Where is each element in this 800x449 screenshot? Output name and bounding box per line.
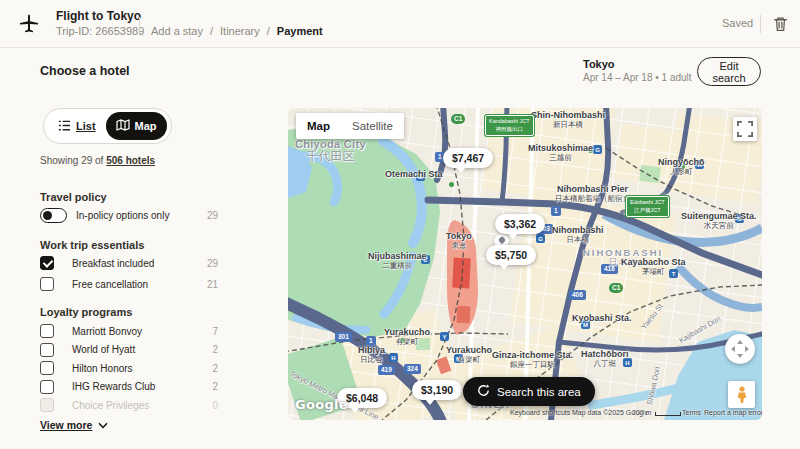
map-label-subtext: 銀座一丁目駅	[492, 361, 573, 369]
hotel-price-pin[interactable]: $3,190	[412, 380, 462, 400]
divider	[139, 17, 140, 33]
map-type-map-button[interactable]: Map	[296, 113, 341, 139]
junction-sign-line2: 江戸橋JCT	[634, 207, 661, 213]
map-label-subtext: 二重橋前	[368, 262, 427, 270]
breadcrumb-payment[interactable]: Payment	[277, 25, 323, 37]
filter-label: World of Hyatt	[72, 344, 212, 355]
list-view-button[interactable]: List	[48, 112, 106, 140]
map-label: Mitsukoshimae 三越前	[528, 144, 593, 162]
hotel-price-pin[interactable]: $5,750	[486, 245, 536, 265]
map-label-subtext: 日比谷	[358, 356, 385, 364]
map-scale-bar	[655, 412, 681, 416]
filter-label: Breakfast included	[72, 258, 207, 269]
filter-count: 29	[207, 258, 218, 269]
airplane-icon	[16, 12, 42, 36]
essentials-filter-row[interactable]: Free cancellation 21	[40, 277, 218, 291]
fullscreen-button[interactable]	[733, 117, 757, 141]
checkbox[interactable]	[40, 398, 54, 412]
trash-icon[interactable]	[772, 15, 790, 33]
loyalty-filter-row[interactable]: World of Hyatt 2	[40, 343, 218, 357]
top-bar: Flight to Tokyo Trip-ID: 26653989 Add a …	[0, 0, 800, 48]
map-label-subtext: 八丁堀	[581, 360, 629, 368]
search-this-area-button[interactable]: Search this area	[463, 377, 595, 406]
results-count: Showing 29 of 506 hotels	[40, 155, 155, 166]
road-shield: 301	[335, 332, 352, 342]
loyalty-filter-row[interactable]: Marriott Bonvoy 7	[40, 324, 218, 338]
in-policy-toggle[interactable]	[40, 208, 67, 223]
loyalty-filter-row[interactable]: IHG Rewards Club 2	[40, 380, 218, 394]
map-label-subtext: 三越前	[528, 154, 593, 162]
list-view-label: List	[76, 120, 96, 132]
map-label-subtext: 有楽町	[384, 338, 430, 346]
trip-id: Trip-ID: 26653989	[56, 25, 144, 37]
toggle-knob	[43, 211, 52, 220]
road-shield: 406	[569, 290, 586, 300]
filter-label: Hilton Honors	[72, 363, 212, 374]
junction-sign-line1: Kandabashi JCT	[489, 118, 530, 124]
map-label: Suitengumae Sta. 水天宮前	[681, 212, 757, 230]
road-shield: 324	[404, 364, 421, 374]
breadcrumb-separator: /	[210, 25, 213, 37]
map-label: Chiyoda City 千代田区	[295, 138, 366, 163]
filter-count: 0	[212, 400, 218, 411]
breadcrumb-add-a-stay[interactable]: Add a stay	[151, 25, 203, 37]
filter-count: 7	[212, 326, 218, 337]
loyalty-filter-row[interactable]: Choice Privileges 0	[40, 398, 218, 412]
checkbox[interactable]	[40, 324, 54, 338]
essentials-filter-list: Breakfast included 29 Free cancellation …	[40, 256, 218, 291]
road-shield: 1	[551, 206, 561, 216]
terms-link[interactable]: Terms	[682, 409, 701, 416]
transit-station-icon: H	[389, 353, 398, 362]
filters-sidebar: List Map Showing 29 of 506 hotels Travel…	[40, 108, 218, 438]
map-label-subtext: 千代田区	[295, 150, 366, 163]
checkbox[interactable]	[40, 256, 54, 270]
map-label-subtext: 東京	[446, 242, 472, 250]
in-policy-toggle-row[interactable]: In-policy options only 29	[40, 208, 218, 223]
map-label-text: Kyobashi Sta.	[572, 314, 632, 324]
results-count-text: Showing 29 of	[40, 155, 103, 166]
road-shield: C1	[609, 283, 623, 293]
junction-sign-line2: 神田橋出口	[496, 126, 524, 132]
pegman-streetview-control[interactable]	[728, 381, 755, 408]
essentials-filter-row[interactable]: Breakfast included 29	[40, 256, 218, 270]
checkbox[interactable]	[40, 277, 54, 291]
map-label: Kayabacho Sta 茅場町	[621, 258, 686, 276]
travel-policy-heading: Travel policy	[40, 191, 107, 203]
map-type-satellite-button[interactable]: Satellite	[341, 113, 404, 139]
filter-label: Marriott Bonvoy	[72, 326, 212, 337]
loyalty-filter-row[interactable]: Hilton Honors 2	[40, 361, 218, 375]
map-label: Hibiya 日比谷	[358, 346, 385, 364]
trip-title: Flight to Tokyo	[56, 9, 141, 23]
saved-status[interactable]: Saved	[722, 17, 753, 29]
checkbox[interactable]	[40, 343, 54, 357]
edit-search-button[interactable]: Edit search	[697, 57, 761, 86]
map-label-subtext: 日本橋船着場（船宿）	[555, 195, 630, 203]
checkbox[interactable]	[40, 380, 54, 394]
breadcrumb: Add a stay / Itinerary / Payment	[151, 25, 323, 37]
search-this-area-label: Search this area	[497, 386, 581, 398]
report-map-error-link[interactable]: Report a map error	[704, 409, 762, 416]
keyboard-shortcuts-link[interactable]: Keyboard shortcuts	[510, 409, 570, 416]
checkbox[interactable]	[40, 361, 54, 375]
map-label-subtext: 日本橋	[552, 236, 604, 244]
essentials-heading: Work trip essentials	[40, 239, 144, 251]
google-logo[interactable]: Google	[295, 397, 348, 412]
chevron-down-icon	[98, 419, 108, 431]
map-label: Ginza-itchome Sta. 銀座一丁目駅	[492, 351, 573, 369]
map-label: Yurakucho 有楽町	[384, 328, 430, 346]
hotel-price-pin[interactable]: $7,467	[443, 148, 493, 168]
view-more-link[interactable]: View more	[40, 419, 108, 431]
breadcrumb-itinerary[interactable]: Itinerary	[220, 25, 260, 37]
pan-control[interactable]	[725, 334, 755, 364]
filter-count: 2	[212, 381, 218, 392]
map-label: Hatchōbori 八丁堀	[581, 350, 629, 368]
tree-icon	[449, 182, 454, 187]
results-count-link[interactable]: 506 hotels	[106, 155, 155, 166]
road-shield: 419	[378, 365, 395, 375]
map-label-subtext: 新日本橋	[531, 121, 605, 129]
hotel-price-pin[interactable]: $3,362	[495, 214, 545, 234]
map-view-button[interactable]: Map	[106, 112, 167, 140]
road-shield: C1	[451, 114, 465, 124]
map-label: Kyobashi Sta.	[572, 314, 632, 324]
breadcrumb-separator: /	[267, 25, 270, 37]
